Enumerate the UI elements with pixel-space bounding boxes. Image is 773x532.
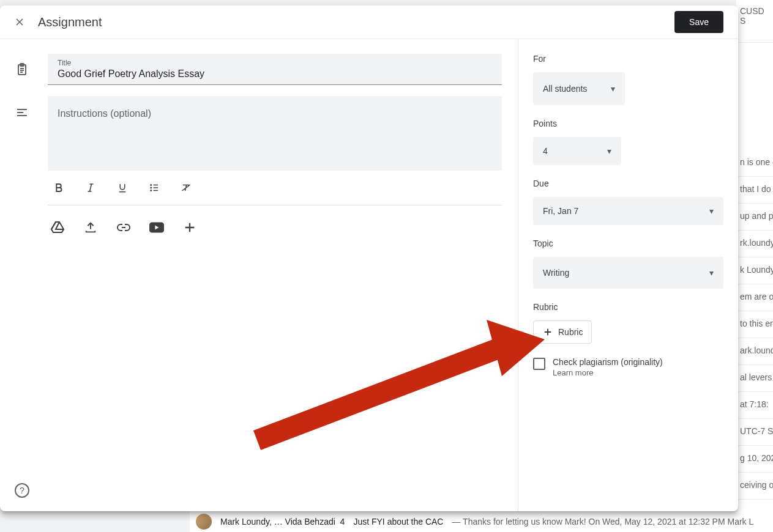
background-row: al levers bbox=[736, 365, 773, 392]
background-row: that I do bbox=[736, 177, 773, 204]
background-row: rk.loundy bbox=[736, 231, 773, 257]
topic-dropdown[interactable]: Writing ▾ bbox=[533, 257, 723, 289]
rubric-button[interactable]: Rubric bbox=[533, 320, 592, 344]
help-button[interactable]: ? bbox=[15, 483, 29, 498]
background-partial-panel: CUSD S n is one o that I do up and po rk… bbox=[736, 0, 773, 532]
bulleted-list-button[interactable] bbox=[143, 177, 165, 199]
left-column: Title Instructions (optional) bbox=[0, 39, 518, 511]
background-row: to this en bbox=[736, 311, 773, 338]
plagiarism-checkbox[interactable] bbox=[533, 358, 545, 370]
clear-formatting-button[interactable] bbox=[175, 177, 197, 199]
avatar bbox=[196, 514, 212, 530]
title-field-container: Title bbox=[48, 54, 502, 85]
background-email-row: Mark Loundy, … Vida Behzadi 4 Just FYI a… bbox=[190, 511, 773, 532]
rubric-button-label: Rubric bbox=[558, 327, 583, 337]
bold-button[interactable] bbox=[48, 177, 70, 199]
caret-down-icon: ▾ bbox=[709, 206, 714, 216]
topic-label: Topic bbox=[533, 238, 723, 248]
instructions-field-container[interactable]: Instructions (optional) bbox=[48, 96, 502, 171]
background-row: em are o bbox=[736, 284, 773, 311]
svg-point-2 bbox=[151, 185, 152, 186]
due-label: Due bbox=[533, 179, 723, 188]
bold-icon bbox=[53, 182, 64, 193]
due-dropdown[interactable]: Fri, Jan 7 ▾ bbox=[533, 197, 723, 225]
close-button[interactable] bbox=[12, 15, 27, 29]
email-sender: Mark Loundy, … Vida Behzadi 4 bbox=[220, 517, 345, 526]
plagiarism-label: Check plagiarism (originality) bbox=[553, 357, 663, 367]
points-dropdown[interactable]: 4 ▾ bbox=[533, 137, 621, 165]
plus-icon bbox=[183, 221, 196, 234]
background-header: CUSD S bbox=[736, 0, 773, 43]
text-icon bbox=[15, 105, 29, 120]
drive-icon bbox=[50, 220, 65, 235]
italic-icon bbox=[85, 182, 96, 193]
learn-more-link[interactable]: Learn more bbox=[553, 368, 663, 377]
background-row: UTC-7 S. bbox=[736, 419, 773, 446]
link-button[interactable] bbox=[116, 220, 131, 235]
create-button[interactable] bbox=[182, 220, 197, 235]
youtube-icon bbox=[149, 221, 164, 234]
help-icon: ? bbox=[20, 486, 24, 495]
close-icon bbox=[13, 16, 26, 28]
upload-icon bbox=[84, 221, 97, 234]
link-icon bbox=[116, 220, 131, 235]
save-button[interactable]: Save bbox=[674, 11, 723, 33]
background-row: n is one o bbox=[736, 150, 773, 177]
background-row: at 7:18: bbox=[736, 392, 773, 419]
dialog-title: Assignment bbox=[38, 15, 102, 29]
drive-button[interactable] bbox=[50, 220, 65, 235]
list-icon bbox=[149, 182, 160, 193]
for-dropdown[interactable]: All students ▾ bbox=[533, 72, 625, 105]
instructions-placeholder: Instructions (optional) bbox=[58, 107, 492, 120]
background-row: k Loundy bbox=[736, 257, 773, 284]
dialog-header: Assignment Save bbox=[0, 6, 738, 39]
background-row: up and po bbox=[736, 204, 773, 231]
upload-button[interactable] bbox=[83, 220, 98, 235]
youtube-button[interactable] bbox=[149, 220, 164, 235]
format-toolbar bbox=[48, 171, 502, 205]
assignment-dialog: Assignment Save Title Instructi bbox=[0, 6, 738, 511]
right-sidebar: For All students ▾ Points 4 ▾ Due bbox=[518, 39, 738, 511]
email-preview: — Thanks for letting us know Mark! On We… bbox=[452, 517, 753, 526]
caret-down-icon: ▾ bbox=[607, 146, 611, 156]
rubric-label: Rubric bbox=[533, 302, 723, 312]
svg-point-4 bbox=[151, 190, 152, 191]
background-row: ceiving o bbox=[736, 473, 773, 500]
italic-button[interactable] bbox=[80, 177, 102, 199]
clear-format-icon bbox=[181, 182, 192, 193]
clipboard-icon bbox=[15, 62, 29, 77]
points-label: Points bbox=[533, 119, 723, 128]
caret-down-icon: ▾ bbox=[709, 268, 714, 278]
underline-button[interactable] bbox=[111, 177, 133, 199]
caret-down-icon: ▾ bbox=[611, 84, 615, 94]
attachment-toolbar bbox=[48, 220, 502, 235]
title-input[interactable] bbox=[58, 67, 492, 81]
background-row: g 10, 202 bbox=[736, 446, 773, 473]
svg-point-3 bbox=[151, 187, 152, 188]
plus-icon bbox=[542, 327, 553, 338]
for-value: All students bbox=[543, 84, 587, 94]
background-row: ark.lound bbox=[736, 338, 773, 365]
for-label: For bbox=[533, 54, 723, 64]
due-value: Fri, Jan 7 bbox=[543, 206, 578, 216]
title-label: Title bbox=[58, 59, 492, 67]
underline-icon bbox=[117, 182, 128, 193]
points-value: 4 bbox=[543, 146, 548, 156]
topic-value: Writing bbox=[543, 268, 569, 278]
email-subject: Just FYI about the CAC bbox=[353, 517, 443, 526]
